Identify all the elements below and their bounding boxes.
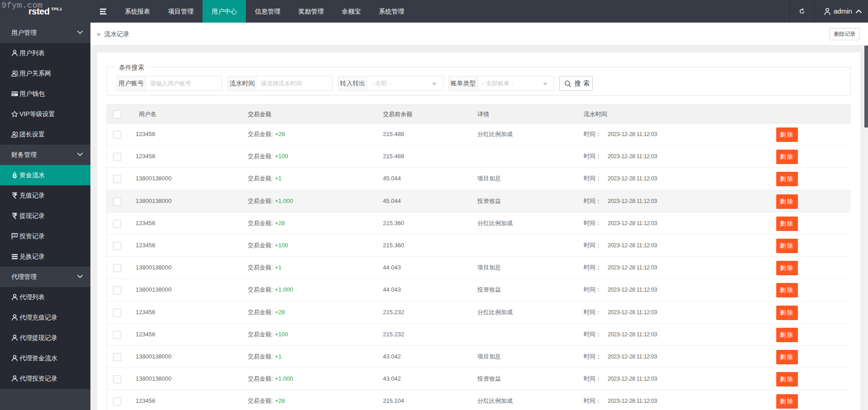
svg-text:B: B [13,172,17,179]
